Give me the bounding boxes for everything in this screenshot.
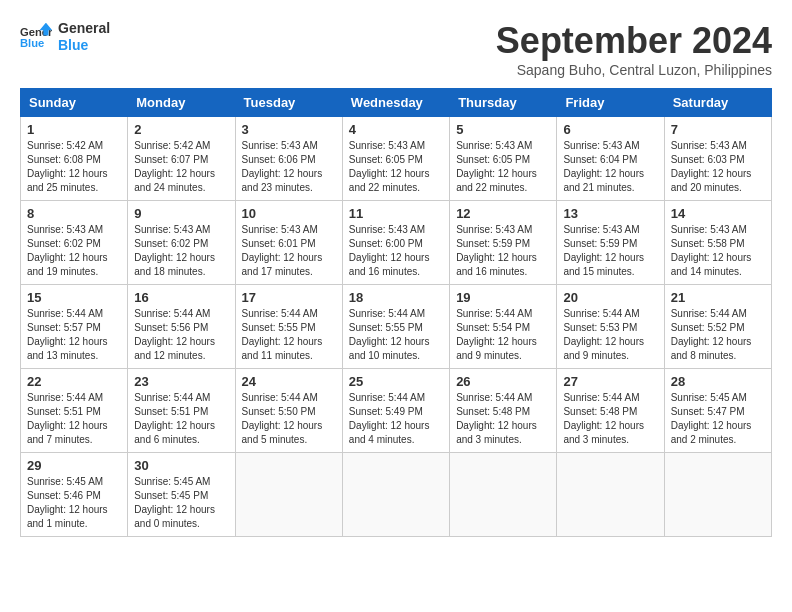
day-info: Sunrise: 5:44 AM Sunset: 5:55 PM Dayligh… <box>242 307 336 363</box>
day-info: Sunrise: 5:43 AM Sunset: 6:05 PM Dayligh… <box>456 139 550 195</box>
calendar-day-cell: 22 Sunrise: 5:44 AM Sunset: 5:51 PM Dayl… <box>21 369 128 453</box>
calendar-day-cell: 20 Sunrise: 5:44 AM Sunset: 5:53 PM Dayl… <box>557 285 664 369</box>
day-number: 17 <box>242 290 336 305</box>
daylight-text: Daylight: 12 hours and 22 minutes. <box>456 168 537 193</box>
daylight-text: Daylight: 12 hours and 22 minutes. <box>349 168 430 193</box>
sunset-text: Sunset: 5:53 PM <box>563 322 637 333</box>
logo-icon: General Blue <box>20 23 52 51</box>
day-info: Sunrise: 5:44 AM Sunset: 5:48 PM Dayligh… <box>456 391 550 447</box>
calendar-table: Sunday Monday Tuesday Wednesday Thursday… <box>20 88 772 537</box>
sunrise-text: Sunrise: 5:44 AM <box>349 392 425 403</box>
sunrise-text: Sunrise: 5:43 AM <box>563 224 639 235</box>
col-friday: Friday <box>557 89 664 117</box>
calendar-day-cell: 2 Sunrise: 5:42 AM Sunset: 6:07 PM Dayli… <box>128 117 235 201</box>
day-number: 30 <box>134 458 228 473</box>
daylight-text: Daylight: 12 hours and 7 minutes. <box>27 420 108 445</box>
daylight-text: Daylight: 12 hours and 9 minutes. <box>456 336 537 361</box>
logo: General Blue General Blue <box>20 20 110 54</box>
sunrise-text: Sunrise: 5:44 AM <box>671 308 747 319</box>
daylight-text: Daylight: 12 hours and 23 minutes. <box>242 168 323 193</box>
calendar-day-cell: 23 Sunrise: 5:44 AM Sunset: 5:51 PM Dayl… <box>128 369 235 453</box>
sunset-text: Sunset: 5:55 PM <box>349 322 423 333</box>
sunrise-text: Sunrise: 5:44 AM <box>134 308 210 319</box>
day-number: 8 <box>27 206 121 221</box>
col-tuesday: Tuesday <box>235 89 342 117</box>
calendar-day-cell <box>342 453 449 537</box>
day-info: Sunrise: 5:44 AM Sunset: 5:54 PM Dayligh… <box>456 307 550 363</box>
sunrise-text: Sunrise: 5:43 AM <box>27 224 103 235</box>
calendar-week-row: 29 Sunrise: 5:45 AM Sunset: 5:46 PM Dayl… <box>21 453 772 537</box>
sunset-text: Sunset: 6:02 PM <box>27 238 101 249</box>
calendar-day-cell: 6 Sunrise: 5:43 AM Sunset: 6:04 PM Dayli… <box>557 117 664 201</box>
calendar-week-row: 22 Sunrise: 5:44 AM Sunset: 5:51 PM Dayl… <box>21 369 772 453</box>
calendar-day-cell: 19 Sunrise: 5:44 AM Sunset: 5:54 PM Dayl… <box>450 285 557 369</box>
day-number: 27 <box>563 374 657 389</box>
day-number: 28 <box>671 374 765 389</box>
sunset-text: Sunset: 5:46 PM <box>27 490 101 501</box>
day-info: Sunrise: 5:44 AM Sunset: 5:50 PM Dayligh… <box>242 391 336 447</box>
sunset-text: Sunset: 5:59 PM <box>563 238 637 249</box>
day-info: Sunrise: 5:44 AM Sunset: 5:57 PM Dayligh… <box>27 307 121 363</box>
day-info: Sunrise: 5:45 AM Sunset: 5:45 PM Dayligh… <box>134 475 228 531</box>
day-info: Sunrise: 5:44 AM Sunset: 5:51 PM Dayligh… <box>134 391 228 447</box>
daylight-text: Daylight: 12 hours and 17 minutes. <box>242 252 323 277</box>
sunset-text: Sunset: 5:51 PM <box>134 406 208 417</box>
daylight-text: Daylight: 12 hours and 4 minutes. <box>349 420 430 445</box>
sunset-text: Sunset: 5:47 PM <box>671 406 745 417</box>
month-title: September 2024 <box>496 20 772 62</box>
sunset-text: Sunset: 6:00 PM <box>349 238 423 249</box>
sunset-text: Sunset: 5:54 PM <box>456 322 530 333</box>
sunrise-text: Sunrise: 5:42 AM <box>134 140 210 151</box>
logo-text-blue: Blue <box>58 37 110 54</box>
daylight-text: Daylight: 12 hours and 10 minutes. <box>349 336 430 361</box>
day-info: Sunrise: 5:43 AM Sunset: 5:59 PM Dayligh… <box>456 223 550 279</box>
calendar-day-cell: 29 Sunrise: 5:45 AM Sunset: 5:46 PM Dayl… <box>21 453 128 537</box>
calendar-day-cell: 12 Sunrise: 5:43 AM Sunset: 5:59 PM Dayl… <box>450 201 557 285</box>
day-number: 4 <box>349 122 443 137</box>
calendar-day-cell: 25 Sunrise: 5:44 AM Sunset: 5:49 PM Dayl… <box>342 369 449 453</box>
sunset-text: Sunset: 5:49 PM <box>349 406 423 417</box>
day-info: Sunrise: 5:45 AM Sunset: 5:47 PM Dayligh… <box>671 391 765 447</box>
calendar-day-cell: 28 Sunrise: 5:45 AM Sunset: 5:47 PM Dayl… <box>664 369 771 453</box>
day-number: 5 <box>456 122 550 137</box>
sunset-text: Sunset: 6:05 PM <box>349 154 423 165</box>
sunset-text: Sunset: 5:51 PM <box>27 406 101 417</box>
day-info: Sunrise: 5:44 AM Sunset: 5:51 PM Dayligh… <box>27 391 121 447</box>
day-info: Sunrise: 5:43 AM Sunset: 6:00 PM Dayligh… <box>349 223 443 279</box>
calendar-day-cell: 16 Sunrise: 5:44 AM Sunset: 5:56 PM Dayl… <box>128 285 235 369</box>
sunset-text: Sunset: 6:05 PM <box>456 154 530 165</box>
sunset-text: Sunset: 5:52 PM <box>671 322 745 333</box>
sunrise-text: Sunrise: 5:44 AM <box>349 308 425 319</box>
day-number: 29 <box>27 458 121 473</box>
day-number: 7 <box>671 122 765 137</box>
daylight-text: Daylight: 12 hours and 24 minutes. <box>134 168 215 193</box>
calendar-day-cell <box>235 453 342 537</box>
day-number: 23 <box>134 374 228 389</box>
sunrise-text: Sunrise: 5:42 AM <box>27 140 103 151</box>
day-info: Sunrise: 5:43 AM Sunset: 6:04 PM Dayligh… <box>563 139 657 195</box>
page-header: General Blue General Blue September 2024… <box>20 20 772 78</box>
day-number: 2 <box>134 122 228 137</box>
sunset-text: Sunset: 6:01 PM <box>242 238 316 249</box>
sunrise-text: Sunrise: 5:43 AM <box>242 224 318 235</box>
day-number: 16 <box>134 290 228 305</box>
sunrise-text: Sunrise: 5:44 AM <box>134 392 210 403</box>
daylight-text: Daylight: 12 hours and 0 minutes. <box>134 504 215 529</box>
day-number: 9 <box>134 206 228 221</box>
location-subtitle: Sapang Buho, Central Luzon, Philippines <box>496 62 772 78</box>
calendar-day-cell: 9 Sunrise: 5:43 AM Sunset: 6:02 PM Dayli… <box>128 201 235 285</box>
daylight-text: Daylight: 12 hours and 14 minutes. <box>671 252 752 277</box>
sunrise-text: Sunrise: 5:44 AM <box>27 308 103 319</box>
daylight-text: Daylight: 12 hours and 18 minutes. <box>134 252 215 277</box>
daylight-text: Daylight: 12 hours and 2 minutes. <box>671 420 752 445</box>
daylight-text: Daylight: 12 hours and 19 minutes. <box>27 252 108 277</box>
calendar-day-cell: 14 Sunrise: 5:43 AM Sunset: 5:58 PM Dayl… <box>664 201 771 285</box>
day-number: 19 <box>456 290 550 305</box>
day-info: Sunrise: 5:43 AM Sunset: 5:58 PM Dayligh… <box>671 223 765 279</box>
col-wednesday: Wednesday <box>342 89 449 117</box>
calendar-day-cell <box>557 453 664 537</box>
sunset-text: Sunset: 5:50 PM <box>242 406 316 417</box>
col-monday: Monday <box>128 89 235 117</box>
calendar-day-cell: 15 Sunrise: 5:44 AM Sunset: 5:57 PM Dayl… <box>21 285 128 369</box>
sunset-text: Sunset: 6:06 PM <box>242 154 316 165</box>
